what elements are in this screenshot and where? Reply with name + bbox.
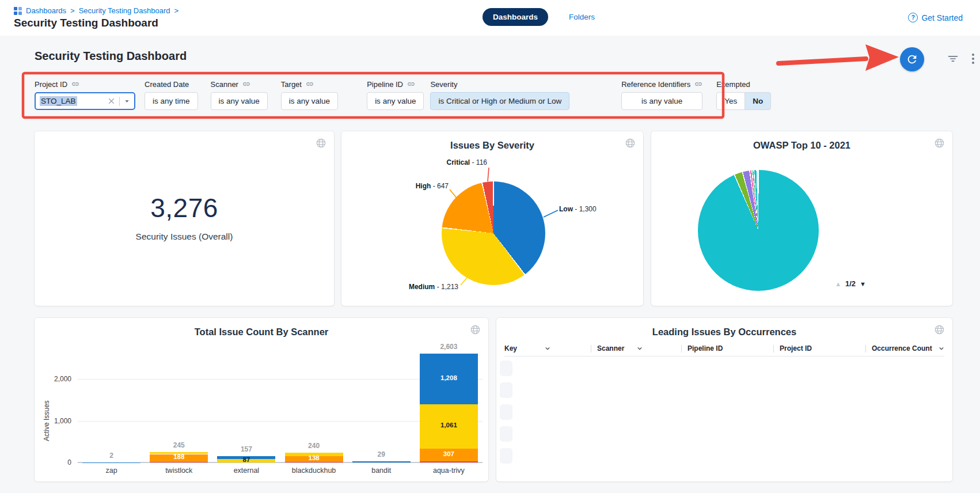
filter-value-target[interactable]: is any value — [281, 92, 338, 110]
filter-label-target: Target — [281, 79, 338, 89]
column-label: Scanner — [597, 344, 624, 352]
table-row-placeholder — [500, 382, 512, 398]
breadcrumb-separator: > — [70, 6, 75, 15]
bar-total-label-bandit: 29 — [352, 450, 411, 458]
bar-segment-blackduckhub-medium[interactable] — [285, 453, 343, 456]
bar-total-label-zap: 2 — [82, 452, 140, 460]
column-header-pipeline-id[interactable]: Pipeline ID — [681, 341, 773, 356]
bar-segment-external-medium[interactable] — [217, 459, 275, 462]
filter-value-severity[interactable]: is Critical or High or Medium or Low — [430, 92, 569, 110]
security-testing-dashboard-page: Dashboards>Security Testing Dashboard> S… — [0, 0, 980, 493]
filter-label-text: Exempted — [716, 80, 750, 89]
filter-label-text: Severity — [430, 80, 457, 89]
bar-segment-aqua-trivy-critical[interactable] — [420, 461, 478, 462]
filter-value-pipeline-id[interactable]: is any value — [367, 92, 424, 110]
bar-segment-external-low[interactable] — [217, 456, 275, 459]
table-row-placeholder — [500, 448, 512, 464]
pie-slice-label-low: Low - 1,300 — [559, 205, 597, 213]
owasp-top-10-pie[interactable] — [698, 170, 819, 291]
breadcrumb: Dashboards>Security Testing Dashboard> — [14, 6, 178, 15]
bar-segment-aqua-trivy-medium[interactable] — [420, 404, 478, 449]
page-indicator: 1/2 — [845, 279, 856, 288]
get-started-link[interactable]: ? Get Started — [908, 13, 963, 22]
refresh-button[interactable] — [900, 47, 924, 71]
y-tick-label: 2,000 — [36, 375, 71, 383]
x-tick-label-twistlock: twistlock — [145, 467, 213, 475]
bar-segment-zap-low[interactable] — [82, 462, 140, 463]
filter-label-text: Created Date — [145, 80, 189, 89]
filter-value-created-date[interactable]: is any time — [145, 92, 198, 110]
bar-total-label-aqua-trivy: 2,603 — [420, 343, 478, 351]
x-tick-label-zap: zap — [78, 467, 146, 475]
chevron-down-icon[interactable] — [124, 98, 130, 104]
bar-segment-twistlock-critical[interactable] — [150, 462, 208, 462]
filter-label-text: Reference Identifiers — [621, 80, 690, 89]
table-row-placeholder — [500, 404, 512, 420]
column-header-key[interactable]: Key — [504, 341, 591, 356]
dashboard-filter-icon[interactable] — [947, 53, 959, 67]
tab-folders[interactable]: Folders — [569, 13, 595, 21]
page-down-icon[interactable]: ▼ — [860, 280, 866, 287]
more-options-icon[interactable] — [966, 52, 980, 68]
column-header-scanner[interactable]: Scanner — [591, 341, 681, 356]
globe-icon — [934, 324, 945, 337]
filter-label-scanner: Scanner — [211, 79, 268, 89]
card-security-issues-overall: 3,276 Security Issues (Overall) — [35, 131, 334, 306]
column-divider — [681, 345, 682, 352]
toggle-option-no[interactable]: No — [745, 92, 771, 110]
issues-by-severity-pie[interactable] — [442, 181, 545, 285]
x-tick-label-external: external — [212, 467, 280, 475]
link-icon — [242, 80, 250, 88]
filter-toggle-exempted: YesNo — [716, 92, 771, 110]
filter-project-id: Project IDSTO_LAB — [35, 79, 135, 110]
bar-segment-blackduckhub-critical[interactable] — [285, 462, 343, 462]
column-label: Project ID — [780, 344, 812, 352]
filter-label-text: Project ID — [35, 80, 67, 89]
chart-title: OWASP Top 10 - 2021 — [651, 140, 952, 151]
filter-value-reference-identifiers[interactable]: is any value — [621, 92, 702, 110]
column-divider — [773, 345, 774, 352]
filter-label-exempted: Exempted — [716, 79, 771, 89]
link-icon — [694, 80, 702, 88]
filter-exempted: ExemptedYesNo — [716, 79, 771, 110]
breadcrumb-link-security-testing-dashboard[interactable]: Security Testing Dashboard — [79, 6, 170, 15]
bar-segment-aqua-trivy-high[interactable] — [420, 449, 478, 461]
globe-icon — [934, 138, 945, 151]
bar-total-label-blackduckhub: 240 — [285, 442, 343, 450]
sort-chevron-icon[interactable] — [939, 346, 944, 351]
sort-chevron-icon[interactable] — [637, 346, 643, 351]
column-divider — [865, 345, 866, 352]
stat-label: Security Issues (Overall) — [136, 232, 233, 242]
filter-value-scanner[interactable]: is any value — [211, 92, 268, 110]
x-tick-label-blackduckhub: blackduckhub — [280, 467, 348, 475]
filter-scanner: Scanneris any value — [211, 79, 268, 110]
filter-created-date: Created Dateis any time — [145, 79, 198, 110]
column-label: Occurrence Count — [872, 344, 932, 352]
breadcrumb-link-dashboards[interactable]: Dashboards — [26, 6, 66, 15]
bar-segment-twistlock-high[interactable] — [150, 454, 208, 462]
sort-chevron-icon[interactable] — [545, 346, 550, 351]
pie-slice-label-high: High - 647 — [416, 182, 449, 190]
column-label: Pipeline ID — [687, 344, 723, 352]
filter-input-project-id[interactable]: STO_LAB — [35, 92, 135, 110]
link-icon — [407, 80, 415, 88]
column-header-project-id[interactable]: Project ID — [773, 341, 865, 356]
bar-segment-bandit-low[interactable] — [352, 461, 411, 462]
bar-segment-twistlock-medium[interactable] — [150, 452, 208, 454]
tab-dashboards[interactable]: Dashboards — [483, 8, 548, 26]
toggle-option-yes[interactable]: Yes — [716, 92, 745, 110]
clear-icon[interactable] — [108, 97, 115, 105]
bar-segment-blackduckhub-high[interactable] — [285, 456, 343, 462]
filter-input-value[interactable]: STO_LAB — [40, 96, 77, 106]
bar-segment-aqua-trivy-low[interactable] — [420, 354, 478, 404]
page-up-icon[interactable]: ▲ — [835, 280, 841, 287]
pie-pagination: ▲ 1/2 ▼ — [835, 279, 866, 288]
table-row-placeholder — [500, 426, 512, 442]
filter-label-created-date: Created Date — [145, 79, 198, 89]
pie-slice-label-critical: Critical - 116 — [447, 158, 487, 166]
stat-block: 3,276 Security Issues (Overall) — [35, 128, 334, 306]
y-tick-label: 1,000 — [36, 417, 71, 425]
column-header-occurrence-count[interactable]: Occurrence Count — [865, 341, 944, 356]
bar-total-label-external: 157 — [217, 445, 275, 453]
table-header-row: KeyScannerPipeline IDProject IDOccurrenc… — [504, 341, 944, 357]
